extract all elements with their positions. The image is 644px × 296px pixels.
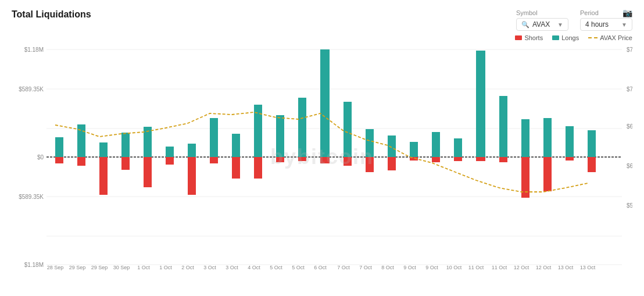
bar-short [388,157,396,170]
svg-text:$1.18M: $1.18M [24,47,44,53]
bar-long [566,126,574,157]
svg-text:9 Oct: 9 Oct [425,265,438,270]
bar-long [410,142,418,157]
bar-long [298,98,306,157]
svg-text:3 Oct: 3 Oct [203,265,216,270]
period-label: Period [580,9,599,16]
bar-short [432,157,440,162]
legend-price: AVAX Price [588,34,632,41]
svg-text:12 Oct: 12 Oct [536,265,552,270]
svg-text:$65: $65 [627,123,632,130]
header-row: Total Liquidations Symbol 🔍 AVAX ▼ Perio… [12,9,632,31]
svg-text:$55: $55 [627,202,632,209]
legend: Shorts Longs AVAX Price [12,34,632,41]
bar-short [543,157,552,191]
longs-label: Longs [561,34,579,41]
svg-text:9 Oct: 9 Oct [403,265,416,270]
bar-short [254,157,262,179]
svg-text:3 Oct: 3 Oct [226,265,238,270]
page-title: Total Liquidations [12,9,91,20]
bar-long [454,138,462,157]
bar-short [99,157,108,195]
bar-long [499,96,507,157]
svg-text:10 Oct: 10 Oct [446,265,462,270]
svg-text:$1.18M: $1.18M [24,262,44,268]
bar-short [320,157,330,163]
bar-short [121,157,130,170]
bar-short [55,157,63,163]
legend-longs: Longs [552,34,579,41]
svg-text:1 Oct: 1 Oct [159,265,172,270]
bar-long [99,142,108,157]
shorts-label: Shorts [524,34,543,41]
svg-text:$75: $75 [627,47,632,53]
svg-text:$70: $70 [627,86,632,92]
svg-text:13 Oct: 13 Oct [558,265,574,270]
bar-short [77,157,85,166]
svg-text:$0: $0 [37,154,44,161]
bar-short [188,157,196,195]
svg-text:5 Oct: 5 Oct [292,265,305,270]
bar-short [210,157,218,163]
chart-svg: $1.18M $589.35K $0 $589.35K $1.18M $75 $… [12,44,632,270]
svg-text:5 Oct: 5 Oct [270,265,282,270]
svg-text:4 Oct: 4 Oct [248,265,260,270]
bar-long [388,135,396,157]
bar-long [588,130,596,157]
bar-long [55,137,63,157]
bar-short [144,157,152,187]
bar-short [276,157,284,162]
svg-text:$589.35K: $589.35K [19,194,44,200]
svg-text:8 Oct: 8 Oct [381,265,394,270]
bar-long [232,134,240,157]
bar-long [476,51,485,157]
legend-shorts: Shorts [515,34,543,41]
bar-short [476,157,485,161]
period-value: 4 hours [585,20,609,28]
longs-color [552,35,559,40]
svg-text:1 Oct: 1 Oct [137,265,150,270]
controls-area: Symbol 🔍 AVAX ▼ Period 4 hours ▼ [516,9,632,31]
svg-text:7 Oct: 7 Oct [337,265,350,270]
svg-text:7 Oct: 7 Oct [359,265,372,270]
symbol-control: Symbol 🔍 AVAX ▼ [516,9,568,31]
bar-long [366,129,374,157]
svg-text:$589.35K: $589.35K [19,86,44,92]
svg-text:12 Oct: 12 Oct [514,265,529,270]
price-label: AVAX Price [600,34,632,41]
bar-short [298,157,306,161]
bar-short [454,157,462,161]
bar-long [320,49,330,157]
bar-short [232,157,240,179]
bar-short [344,157,352,166]
symbol-value: AVAX [532,20,550,28]
camera-icon[interactable]: 📷 [622,8,632,17]
bar-long [188,144,196,157]
svg-text:28 Sep: 28 Sep [47,265,64,270]
bar-short [499,157,507,162]
bar-short [366,157,374,172]
bar-long [344,102,352,157]
svg-text:$60: $60 [627,163,632,169]
symbol-select[interactable]: 🔍 AVAX ▼ [516,18,568,31]
svg-text:2 Oct: 2 Oct [181,265,194,270]
symbol-label: Symbol [516,9,538,16]
svg-text:29 Sep: 29 Sep [69,265,86,270]
chart-container: 📷 Total Liquidations Symbol 🔍 AVAX ▼ Per… [0,0,644,296]
bar-long [210,118,218,157]
price-color [588,37,598,38]
svg-text:30 Sep: 30 Sep [113,265,130,270]
svg-text:29 Sep: 29 Sep [91,265,108,270]
svg-text:11 Oct: 11 Oct [492,265,507,270]
period-select[interactable]: 4 hours ▼ [580,18,632,31]
bar-long [166,147,174,157]
chevron-down-icon-period: ▼ [621,22,627,28]
svg-text:13 Oct: 13 Oct [580,265,596,270]
bar-long [276,115,284,157]
search-icon: 🔍 [521,21,529,28]
svg-text:11 Oct: 11 Oct [468,265,484,270]
bar-short [166,157,174,165]
svg-text:6 Oct: 6 Oct [314,265,327,270]
bar-long [121,133,130,157]
bar-short [566,157,574,161]
